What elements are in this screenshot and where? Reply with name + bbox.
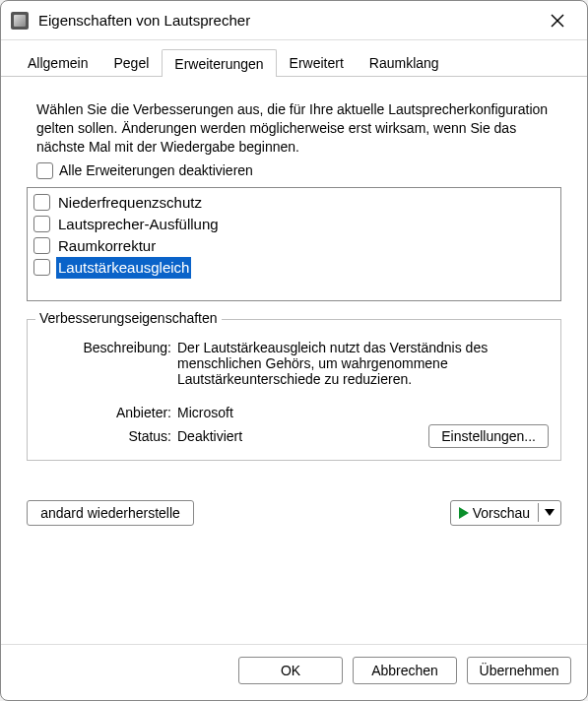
ok-button[interactable]: OK — [238, 657, 343, 684]
description-label: Beschreibung: — [39, 340, 177, 387]
tab-levels[interactable]: Pegel — [100, 48, 162, 76]
tab-content: Wählen Sie die Verbesserungen aus, die f… — [1, 77, 587, 644]
close-button[interactable] — [538, 6, 577, 35]
enhancement-properties-group: Verbesserungseigenschaften Beschreibung:… — [27, 319, 561, 461]
enhancement-item-low-frequency-protection[interactable]: Niederfrequenzschutz — [33, 192, 555, 214]
enhancement-item-room-correction[interactable]: Raumkorrektur — [33, 235, 555, 257]
properties-dialog: Eigenschaften von Lautsprecher Allgemein… — [0, 0, 588, 701]
enhancement-label: Raumkorrektur — [56, 235, 158, 257]
provider-value: Microsoft — [177, 405, 549, 420]
tab-enhancements[interactable]: Erweiterungen — [162, 49, 276, 77]
restore-defaults-button[interactable]: andard wiederherstelle — [27, 500, 194, 526]
enhancement-label: Lautstärkeausgleich — [56, 257, 191, 279]
tab-spatial[interactable]: Raumklang — [357, 48, 452, 76]
preview-split-button: Vorschau — [450, 500, 561, 526]
play-icon — [459, 507, 469, 519]
tab-general[interactable]: Allgemein — [15, 48, 100, 76]
titlebar: Eigenschaften von Lautsprecher — [1, 1, 587, 40]
enhancements-list[interactable]: Niederfrequenzschutz Lautsprecher-Ausfül… — [27, 187, 561, 301]
enhancement-item-loudness-equalization[interactable]: Lautstärkeausgleich — [33, 257, 555, 279]
enhancement-label: Niederfrequenzschutz — [56, 192, 204, 214]
dialog-footer: OK Abbrechen Übernehmen — [1, 644, 587, 700]
disable-all-checkbox[interactable] — [36, 162, 53, 179]
disable-all-label: Alle Erweiterungen deaktivieren — [59, 162, 253, 178]
tab-advanced[interactable]: Erweitert — [277, 48, 357, 76]
speaker-icon — [11, 12, 29, 30]
description-value: Der Lautstärkeausgleich nutzt das Verstä… — [177, 340, 549, 387]
intro-text: Wählen Sie die Verbesserungen aus, die f… — [36, 100, 552, 157]
tab-strip: Allgemein Pegel Erweiterungen Erweitert … — [1, 40, 587, 77]
enhancement-checkbox[interactable] — [33, 259, 50, 276]
enhancement-item-speaker-fill[interactable]: Lautsprecher-Ausfüllung — [33, 214, 555, 235]
enhancement-checkbox[interactable] — [33, 194, 50, 211]
preview-dropdown-button[interactable] — [538, 503, 560, 522]
enhancement-checkbox[interactable] — [33, 237, 50, 254]
status-label: Status: — [39, 428, 177, 444]
provider-label: Anbieter: — [39, 405, 177, 420]
group-legend: Verbesserungseigenschaften — [35, 310, 222, 326]
preview-play-button[interactable]: Vorschau — [451, 501, 538, 525]
close-icon — [551, 14, 564, 28]
enhancement-checkbox[interactable] — [33, 216, 50, 232]
enhancement-label: Lautsprecher-Ausfüllung — [56, 214, 221, 235]
cancel-button[interactable]: Abbrechen — [353, 657, 457, 684]
apply-button[interactable]: Übernehmen — [467, 657, 571, 684]
preview-label: Vorschau — [473, 505, 530, 521]
settings-button[interactable]: Einstellungen... — [428, 424, 549, 448]
chevron-down-icon — [545, 509, 555, 516]
window-title: Eigenschaften von Lautsprecher — [38, 12, 538, 29]
